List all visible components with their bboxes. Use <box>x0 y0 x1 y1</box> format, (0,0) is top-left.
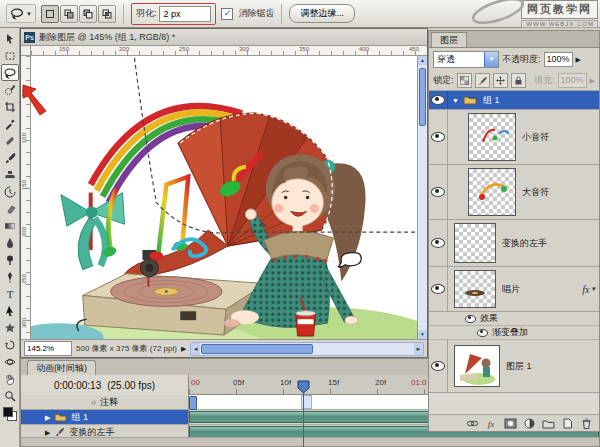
zoom-level-input[interactable] <box>24 341 72 356</box>
vertical-scrollbar[interactable]: ▲ ▼ <box>417 56 427 339</box>
brush-tool-button[interactable] <box>1 149 19 166</box>
group-1-track-label[interactable]: ▶ 组 1 <box>21 410 189 425</box>
layer-thumbnail[interactable] <box>468 168 516 216</box>
new-layer-icon[interactable] <box>561 418 574 429</box>
work-area-start-marker[interactable] <box>189 396 197 410</box>
layer-thumbnail[interactable] <box>468 113 516 161</box>
gradient-overlay-row[interactable]: 渐变叠加 <box>429 326 599 340</box>
blur-tool-button[interactable] <box>1 234 19 251</box>
horizontal-scrollbar[interactable]: ◄ ► <box>190 342 424 356</box>
ruler-label: 450 <box>409 46 419 52</box>
fill-slider-arrow[interactable]: ▶ <box>590 77 595 84</box>
3d-rotate-icon <box>4 339 16 351</box>
scroll-left-arrow[interactable]: ◄ <box>191 343 200 355</box>
scroll-down-arrow[interactable]: ▼ <box>418 330 427 339</box>
opacity-value[interactable]: 100% <box>544 52 573 67</box>
effects-row[interactable]: 效果 <box>429 312 599 326</box>
visibility-eye-icon[interactable] <box>477 329 488 337</box>
custom-shape-tool-button[interactable] <box>1 319 19 336</box>
status-flyout-arrow[interactable]: ▶ <box>181 345 186 353</box>
color-swatches[interactable] <box>3 407 17 421</box>
fx-collapse-arrow[interactable]: ▾ <box>591 286 595 293</box>
layer-thumbnail[interactable] <box>454 223 496 263</box>
selection-mode-intersect-button[interactable] <box>98 5 116 23</box>
healing-brush-tool-button[interactable] <box>1 132 19 149</box>
lock-transparency-button[interactable] <box>457 73 472 88</box>
visibility-eye-icon[interactable] <box>431 187 445 197</box>
new-group-icon[interactable] <box>542 418 555 429</box>
feather-input[interactable] <box>159 6 211 22</box>
lock-position-button[interactable] <box>493 73 508 88</box>
quick-selection-tool-button[interactable] <box>1 81 19 98</box>
tab-layers[interactable]: 图层 <box>431 32 467 47</box>
scroll-up-arrow[interactable]: ▲ <box>418 56 427 65</box>
layer-row-record[interactable]: 唱片 fx▾ <box>429 267 599 312</box>
fill-value[interactable]: 100% <box>558 73 587 88</box>
tab-animation-timeline[interactable]: 动画(时间轴) <box>27 360 96 376</box>
blend-mode-select[interactable]: 穿透 ▼ <box>433 51 499 68</box>
document-canvas[interactable] <box>31 56 417 339</box>
dodge-tool-button[interactable] <box>1 251 19 268</box>
vertical-scroll-thumb[interactable] <box>419 68 426 126</box>
ruler-label: 250 <box>179 46 189 52</box>
history-brush-tool-button[interactable] <box>1 183 19 200</box>
path-selection-tool-button[interactable] <box>1 302 19 319</box>
pen-tool-button[interactable] <box>1 268 19 285</box>
3d-rotate-tool-button[interactable] <box>1 336 19 353</box>
visibility-eye-icon[interactable] <box>431 95 445 105</box>
marquee-tool-button[interactable] <box>1 47 19 64</box>
group-folder-icon <box>54 413 67 422</box>
document-titlebar[interactable]: Ps 删除图层 @ 145% (组 1, RGB/8) * <box>21 29 427 46</box>
selection-mode-add-button[interactable] <box>60 5 78 23</box>
comments-track-label[interactable]: ○ 注释 <box>21 395 189 410</box>
horizontal-scroll-thumb[interactable] <box>201 344 313 354</box>
lasso-tool-button[interactable] <box>1 64 19 81</box>
visibility-eye-icon[interactable] <box>431 284 445 294</box>
layer-thumbnail[interactable] <box>454 270 496 308</box>
layer-row-xiaoyinfu[interactable]: 小音符 <box>429 110 599 165</box>
scroll-right-arrow[interactable]: ► <box>414 343 423 355</box>
refine-edge-button[interactable]: 调整边缘... <box>289 4 355 23</box>
selection-mode-subtract-button[interactable] <box>79 5 97 23</box>
layer-row-left-hand[interactable]: 变换的左手 <box>429 220 599 267</box>
crop-tool-button[interactable] <box>1 98 19 115</box>
layer-style-icon[interactable]: fx <box>485 418 498 429</box>
layer-fx-badge[interactable]: fx▾ <box>582 284 595 295</box>
visibility-eye-icon[interactable] <box>465 315 476 323</box>
layer-thumbnail[interactable] <box>454 345 500 387</box>
layer-row-layer-1[interactable]: 图层 1 <box>429 340 599 393</box>
document-size-info: 500 像素 x 375 像素 (72 ppi) <box>76 343 177 354</box>
adjustment-layer-icon[interactable] <box>523 418 536 429</box>
feather-label: 羽化: <box>136 7 157 20</box>
3d-orbit-tool-button[interactable] <box>1 353 19 370</box>
track-disclosure-triangle[interactable]: ▶ <box>45 429 50 436</box>
group-disclosure-triangle[interactable]: ▼ <box>452 97 459 104</box>
timeline-playhead[interactable] <box>297 380 310 394</box>
link-layers-icon[interactable] <box>466 418 479 429</box>
hand-tool-button[interactable] <box>1 370 19 387</box>
type-tool-button[interactable]: T <box>1 285 19 302</box>
selection-mode-new-button[interactable] <box>41 5 59 23</box>
foreground-color-swatch[interactable] <box>3 407 13 417</box>
frame-rate: (25.00 fps) <box>107 380 155 391</box>
eraser-tool-button[interactable] <box>1 200 19 217</box>
visibility-eye-icon[interactable] <box>431 132 445 142</box>
delete-layer-icon[interactable] <box>580 418 593 429</box>
add-mask-icon[interactable] <box>504 418 517 429</box>
zoom-tool-button[interactable] <box>1 387 19 404</box>
move-tool-button[interactable] <box>1 30 19 47</box>
layer-row-group-1[interactable]: ▼ 组 1 <box>429 91 599 110</box>
clone-stamp-tool-button[interactable] <box>1 166 19 183</box>
ruler-label: 50 <box>21 89 27 96</box>
gradient-tool-button[interactable] <box>1 217 19 234</box>
eyedropper-tool-button[interactable] <box>1 115 19 132</box>
layer-row-dayinfu[interactable]: 大音符 <box>429 165 599 220</box>
tool-preset-picker[interactable]: ▼ <box>6 4 36 23</box>
lock-all-button[interactable] <box>511 73 526 88</box>
track-disclosure-triangle[interactable]: ▶ <box>45 414 50 421</box>
antialias-checkbox[interactable]: ✓ <box>221 8 233 20</box>
visibility-eye-icon[interactable] <box>431 238 445 248</box>
opacity-slider-arrow[interactable]: ▶ <box>576 56 581 63</box>
visibility-eye-icon[interactable] <box>431 361 445 371</box>
lock-pixels-button[interactable] <box>475 73 490 88</box>
